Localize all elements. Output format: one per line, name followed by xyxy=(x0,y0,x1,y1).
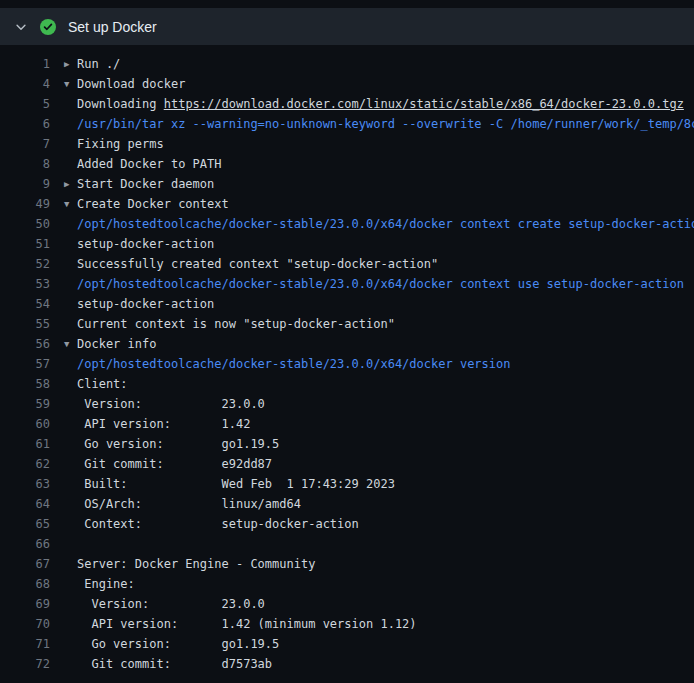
log-group-line[interactable]: 4▼Download docker xyxy=(0,74,694,94)
log-text: Client: xyxy=(77,377,128,391)
line-content: /usr/bin/tar xz --warning=no-unknown-key… xyxy=(64,114,694,134)
log-line: 55Current context is now "setup-docker-a… xyxy=(0,314,694,334)
line-content: setup-docker-action xyxy=(64,294,214,314)
log-line: 60 API version: 1.42 xyxy=(0,414,694,434)
step-title: Set up Docker xyxy=(68,19,157,35)
line-number[interactable]: 63 xyxy=(0,474,50,494)
group-expanded-icon[interactable]: ▼ xyxy=(64,194,77,214)
line-content: Version: 23.0.0 xyxy=(64,394,265,414)
line-number[interactable]: 7 xyxy=(0,134,50,154)
log-text: Downloading xyxy=(77,97,164,111)
group-title: Create Docker context xyxy=(77,197,229,211)
log-text: API version: 1.42 xyxy=(77,417,250,431)
line-number[interactable]: 69 xyxy=(0,594,50,614)
log-group-line[interactable]: 49▼Create Docker context xyxy=(0,194,694,214)
line-number[interactable]: 5 xyxy=(0,94,50,114)
log-text: Go version: go1.19.5 xyxy=(77,637,279,651)
line-number[interactable]: 70 xyxy=(0,614,50,634)
group-title: Run ./ xyxy=(77,57,120,71)
group-title: Docker info xyxy=(77,337,156,351)
line-number[interactable]: 57 xyxy=(0,354,50,374)
line-content: ▶Run ./ xyxy=(64,54,120,74)
log-command-text: /opt/hostedtoolcache/docker-stable/23.0.… xyxy=(77,217,694,231)
line-number[interactable]: 52 xyxy=(0,254,50,274)
line-content: Go version: go1.19.5 xyxy=(64,634,279,654)
log-group-line[interactable]: 9▶Start Docker daemon xyxy=(0,174,694,194)
group-expanded-icon[interactable]: ▼ xyxy=(64,74,77,94)
log-group-line[interactable]: 56▼Docker info xyxy=(0,334,694,354)
line-number[interactable]: 68 xyxy=(0,574,50,594)
line-content: Git commit: d7573ab xyxy=(64,654,272,674)
line-content: Context: setup-docker-action xyxy=(64,514,359,534)
line-content: Server: Docker Engine - Community xyxy=(64,554,315,574)
log-line: 69 Version: 23.0.0 xyxy=(0,594,694,614)
line-number[interactable]: 66 xyxy=(0,534,50,554)
line-content: Current context is now "setup-docker-act… xyxy=(64,314,395,334)
line-number[interactable]: 9 xyxy=(0,174,50,194)
line-number[interactable]: 50 xyxy=(0,214,50,234)
chevron-down-icon[interactable] xyxy=(14,20,28,34)
group-expanded-icon[interactable]: ▼ xyxy=(64,334,77,354)
line-number[interactable]: 1 xyxy=(0,54,50,74)
line-number[interactable]: 55 xyxy=(0,314,50,334)
log-line: 62 Git commit: e92dd87 xyxy=(0,454,694,474)
log-text: Git commit: e92dd87 xyxy=(77,457,272,471)
log-line: 64 OS/Arch: linux/amd64 xyxy=(0,494,694,514)
line-number[interactable]: 8 xyxy=(0,154,50,174)
line-content: setup-docker-action xyxy=(64,234,214,254)
line-content: ▼Download docker xyxy=(64,74,185,94)
log-line: 66 xyxy=(0,534,694,554)
log-line: 57/opt/hostedtoolcache/docker-stable/23.… xyxy=(0,354,694,374)
line-number[interactable]: 71 xyxy=(0,634,50,654)
line-number[interactable]: 53 xyxy=(0,274,50,294)
log-command-text: /opt/hostedtoolcache/docker-stable/23.0.… xyxy=(77,357,510,371)
line-number[interactable]: 54 xyxy=(0,294,50,314)
log-line: 7Fixing perms xyxy=(0,134,694,154)
line-number[interactable]: 67 xyxy=(0,554,50,574)
log-line: 59 Version: 23.0.0 xyxy=(0,394,694,414)
group-collapsed-icon[interactable]: ▶ xyxy=(64,174,77,194)
line-number[interactable]: 56 xyxy=(0,334,50,354)
log-link[interactable]: https://download.docker.com/linux/static… xyxy=(164,97,684,111)
line-number[interactable]: 60 xyxy=(0,414,50,434)
line-content: Built: Wed Feb 1 17:43:29 2023 xyxy=(64,474,395,494)
log-group-line[interactable]: 1▶Run ./ xyxy=(0,54,694,74)
log-line: 68 Engine: xyxy=(0,574,694,594)
line-content: Version: 23.0.0 xyxy=(64,594,265,614)
line-content: Fixing perms xyxy=(64,134,164,154)
line-number[interactable]: 51 xyxy=(0,234,50,254)
group-title: Start Docker daemon xyxy=(77,177,214,191)
line-number[interactable]: 65 xyxy=(0,514,50,534)
line-number[interactable]: 6 xyxy=(0,114,50,134)
line-number[interactable]: 58 xyxy=(0,374,50,394)
group-title: Download docker xyxy=(77,77,185,91)
line-number[interactable]: 49 xyxy=(0,194,50,214)
log-text: Successfully created context "setup-dock… xyxy=(77,257,438,271)
line-content: Added Docker to PATH xyxy=(64,154,222,174)
log-line: 8Added Docker to PATH xyxy=(0,154,694,174)
log-text: setup-docker-action xyxy=(77,237,214,251)
group-collapsed-icon[interactable]: ▶ xyxy=(64,54,77,74)
log-text: Go version: go1.19.5 xyxy=(77,437,279,451)
log-line: 67Server: Docker Engine - Community xyxy=(0,554,694,574)
line-number[interactable]: 62 xyxy=(0,454,50,474)
line-content: Go version: go1.19.5 xyxy=(64,434,279,454)
line-content: API version: 1.42 xyxy=(64,414,250,434)
line-number[interactable]: 61 xyxy=(0,434,50,454)
log-line: 51setup-docker-action xyxy=(0,234,694,254)
line-number[interactable]: 4 xyxy=(0,74,50,94)
line-content: /opt/hostedtoolcache/docker-stable/23.0.… xyxy=(64,354,510,374)
log-line: 70 API version: 1.42 (minimum version 1.… xyxy=(0,614,694,634)
log-text: Context: setup-docker-action xyxy=(77,517,359,531)
log-text: Server: Docker Engine - Community xyxy=(77,557,315,571)
line-content: API version: 1.42 (minimum version 1.12) xyxy=(64,614,417,634)
log-text: Git commit: d7573ab xyxy=(77,657,272,671)
step-header[interactable]: Set up Docker xyxy=(0,8,694,45)
log-line: 50/opt/hostedtoolcache/docker-stable/23.… xyxy=(0,214,694,234)
log-text: Current context is now "setup-docker-act… xyxy=(77,317,395,331)
line-number[interactable]: 59 xyxy=(0,394,50,414)
log-lines: 1▶Run ./4▼Download docker5Downloading ht… xyxy=(0,45,694,674)
line-number[interactable]: 64 xyxy=(0,494,50,514)
line-number[interactable]: 72 xyxy=(0,654,50,674)
log-line: 52Successfully created context "setup-do… xyxy=(0,254,694,274)
